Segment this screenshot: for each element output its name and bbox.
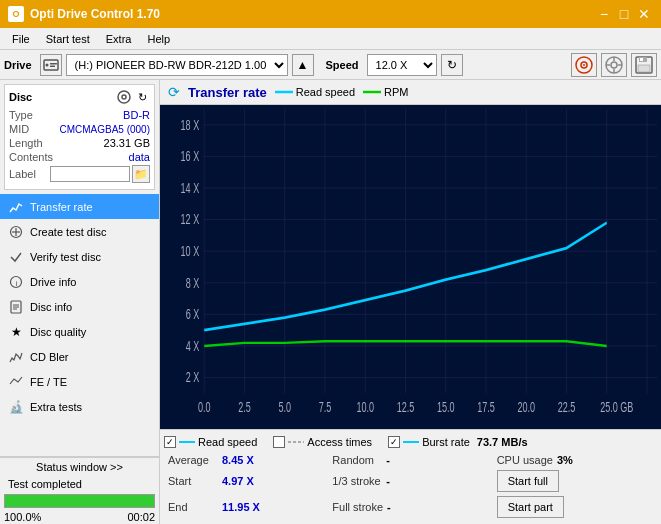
disc-button[interactable]: [571, 53, 597, 77]
nav-item-disc-info[interactable]: Disc info: [0, 294, 159, 319]
svg-text:10 X: 10 X: [181, 243, 200, 260]
onethird-stroke-label: 1/3 stroke: [332, 475, 382, 487]
start-part-button[interactable]: Start part: [497, 496, 564, 518]
disc-length-field: Length 23.31 GB: [9, 137, 150, 149]
nav-label-verify-test-disc: Verify test disc: [30, 251, 101, 263]
burst-rate-checkbox[interactable]: ✓: [388, 436, 400, 448]
stat-start-full-row: Start full: [493, 468, 657, 494]
menu-help[interactable]: Help: [139, 31, 178, 47]
disc-mid-label: MID: [9, 123, 29, 135]
svg-text:5.0: 5.0: [278, 399, 291, 416]
disc-quality-icon: ★: [8, 324, 24, 340]
nav-item-extra-tests[interactable]: 🔬 Extra tests: [0, 394, 159, 419]
create-test-disc-icon: [8, 224, 24, 240]
disc-contents-value: data: [129, 151, 150, 163]
disc-action-icon[interactable]: [116, 89, 132, 105]
status-text: Test completed: [0, 476, 159, 492]
nav-item-fe-te[interactable]: FE / TE: [0, 369, 159, 394]
disc-label-browse-button[interactable]: 📁: [132, 165, 150, 183]
nav-item-cd-bler[interactable]: CD Bler: [0, 344, 159, 369]
disc-contents-label: Contents: [9, 151, 53, 163]
status-pct: 100.0%: [4, 511, 41, 523]
stats-grid: Average 8.45 X Random - CPU usage 3% Sta…: [164, 452, 657, 520]
start-label: Start: [168, 475, 218, 487]
eject-button[interactable]: ▲: [292, 54, 314, 76]
disc-length-value: 23.31 GB: [104, 137, 150, 149]
refresh-button[interactable]: ↻: [441, 54, 463, 76]
disc-label-field: Label 📁: [9, 165, 150, 183]
fe-te-icon: [8, 374, 24, 390]
nav-item-create-test-disc[interactable]: Create test disc: [0, 219, 159, 244]
chart-wrapper: 18 X 16 X 14 X 12 X 10 X 8 X 6 X 4 X 2 X…: [160, 105, 661, 429]
menu-file[interactable]: File: [4, 31, 38, 47]
access-times-checkbox[interactable]: [273, 436, 285, 448]
checkbox-access-times[interactable]: Access times: [273, 436, 372, 448]
end-label: End: [168, 501, 218, 513]
legend-rpm-label: RPM: [384, 86, 408, 98]
nav-item-transfer-rate[interactable]: Transfer rate: [0, 194, 159, 219]
nav-items: Transfer rate Create test disc Verify te…: [0, 194, 159, 419]
svg-text:10.0: 10.0: [356, 399, 374, 416]
menu-extra[interactable]: Extra: [98, 31, 140, 47]
svg-text:2.5: 2.5: [238, 399, 251, 416]
full-stroke-label: Full stroke: [332, 501, 383, 513]
nav-item-verify-test-disc[interactable]: Verify test disc: [0, 244, 159, 269]
svg-text:0.0: 0.0: [198, 399, 211, 416]
checkbox-burst-rate[interactable]: ✓ Burst rate 73.7 MB/s: [388, 436, 527, 448]
legend-read-speed: Read speed: [275, 86, 355, 98]
checkbox-read-speed[interactable]: ✓ Read speed: [164, 436, 257, 448]
main-layout: Disc ↻ Type BD-R MID CMCMAGBA5 (000) Len…: [0, 80, 661, 524]
stat-average: Average 8.45 X: [164, 452, 328, 468]
speed-select[interactable]: 12.0 X: [367, 54, 437, 76]
read-speed-checkbox[interactable]: ✓: [164, 436, 176, 448]
write-button[interactable]: [601, 53, 627, 77]
stats-area: ✓ Read speed Access times ✓ Burst rate 7…: [160, 429, 661, 524]
svg-text:14 X: 14 X: [181, 180, 200, 197]
disc-mid-value: CMCMAGBA5 (000): [59, 124, 150, 135]
disc-type-value: BD-R: [123, 109, 150, 121]
extra-tests-icon: 🔬: [8, 399, 24, 415]
chart-svg: 18 X 16 X 14 X 12 X 10 X 8 X 6 X 4 X 2 X…: [164, 109, 657, 425]
nav-label-drive-info: Drive info: [30, 276, 76, 288]
chart-rotate-icon: ⟳: [168, 84, 180, 100]
svg-text:2 X: 2 X: [186, 369, 200, 386]
nav-label-cd-bler: CD Bler: [30, 351, 69, 363]
status-bar: Status window >> Test completed 100.0% 0…: [0, 456, 159, 524]
disc-refresh-icon[interactable]: ↻: [134, 89, 150, 105]
menu-start-test[interactable]: Start test: [38, 31, 98, 47]
disc-label-input[interactable]: [50, 166, 130, 182]
menubar: File Start test Extra Help: [0, 28, 661, 50]
disc-length-label: Length: [9, 137, 43, 149]
svg-text:22.5: 22.5: [558, 399, 576, 416]
sidebar-progress-fill: [5, 495, 154, 507]
chart-header: ⟳ Transfer rate Read speed RPM: [160, 80, 661, 105]
sidebar: Disc ↻ Type BD-R MID CMCMAGBA5 (000) Len…: [0, 80, 160, 524]
random-label: Random: [332, 454, 382, 466]
app-title: Opti Drive Control 1.70: [30, 7, 160, 21]
save-button[interactable]: [631, 53, 657, 77]
disc-panel-title: Disc: [9, 91, 32, 103]
close-button[interactable]: ✕: [635, 5, 653, 23]
drive-icon: [40, 54, 62, 76]
nav-label-disc-info: Disc info: [30, 301, 72, 313]
stat-end: End 11.95 X: [164, 494, 328, 520]
svg-text:8 X: 8 X: [186, 274, 200, 291]
nav-label-transfer-rate: Transfer rate: [30, 201, 93, 213]
minimize-button[interactable]: −: [595, 5, 613, 23]
titlebar-left: O Opti Drive Control 1.70: [8, 6, 160, 22]
status-window-button[interactable]: Status window >>: [0, 457, 159, 476]
cd-bler-icon: [8, 349, 24, 365]
start-full-button[interactable]: Start full: [497, 470, 559, 492]
maximize-button[interactable]: □: [615, 5, 633, 23]
disc-contents-field: Contents data: [9, 151, 150, 163]
drive-select[interactable]: (H:) PIONEER BD-RW BDR-212D 1.00: [66, 54, 288, 76]
chart-title: Transfer rate: [188, 85, 267, 100]
svg-text:20.0: 20.0: [517, 399, 535, 416]
nav-item-drive-info[interactable]: i Drive info: [0, 269, 159, 294]
svg-text:12.5: 12.5: [397, 399, 415, 416]
legend-read-speed-label: Read speed: [296, 86, 355, 98]
drive-toolbar: Drive (H:) PIONEER BD-RW BDR-212D 1.00 ▲…: [0, 50, 661, 80]
nav-label-create-test-disc: Create test disc: [30, 226, 106, 238]
nav-item-disc-quality[interactable]: ★ Disc quality: [0, 319, 159, 344]
status-time: 00:02: [127, 511, 155, 523]
